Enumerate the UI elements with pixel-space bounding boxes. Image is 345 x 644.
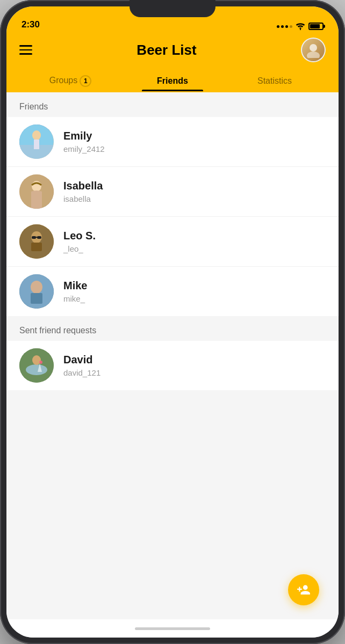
svg-point-21 bbox=[39, 361, 42, 364]
svg-point-20 bbox=[32, 355, 41, 365]
friend-info-isabella: Isabella isabella bbox=[63, 180, 103, 203]
content-area: Friends Emily emily_2412 bbox=[6, 92, 339, 619]
home-indicator bbox=[6, 619, 339, 638]
tab-bar: Groups1 Friends Statistics bbox=[19, 69, 326, 92]
avatar-leo bbox=[19, 224, 54, 259]
user-avatar[interactable] bbox=[301, 38, 326, 62]
avatar-mike bbox=[19, 274, 54, 309]
avatar-david bbox=[19, 348, 54, 383]
tab-statistics[interactable]: Statistics bbox=[224, 70, 326, 91]
wifi-icon bbox=[296, 23, 305, 30]
home-bar bbox=[135, 627, 210, 630]
status-time: 2:30 bbox=[21, 19, 40, 30]
svg-point-19 bbox=[26, 364, 47, 375]
friend-info-emily: Emily emily_2412 bbox=[63, 130, 105, 153]
notch bbox=[130, 0, 215, 17]
svg-rect-6 bbox=[34, 140, 39, 149]
hamburger-menu-button[interactable] bbox=[19, 45, 32, 55]
avatar-emily bbox=[19, 125, 54, 159]
svg-point-16 bbox=[31, 281, 42, 294]
svg-rect-17 bbox=[31, 293, 42, 304]
friend-name-mike: Mike bbox=[63, 280, 87, 292]
friends-list: Emily emily_2412 Isabella bbox=[6, 117, 339, 316]
header: Beer List Groups1 Friends bbox=[6, 33, 339, 92]
friend-name-emily: Emily bbox=[63, 130, 105, 142]
sent-requests-section-header: Sent friend requests bbox=[6, 316, 339, 341]
friend-username-isabella: isabella bbox=[63, 194, 103, 203]
tab-groups[interactable]: Groups1 bbox=[19, 69, 121, 92]
header-top: Beer List bbox=[19, 38, 326, 69]
svg-point-5 bbox=[32, 130, 41, 140]
friend-item-david[interactable]: David david_121 bbox=[6, 341, 339, 390]
app-title: Beer List bbox=[136, 42, 196, 58]
avatar-isabella bbox=[19, 174, 54, 209]
friend-username-mike: mike_ bbox=[63, 294, 87, 303]
friend-username-david: david_121 bbox=[63, 368, 100, 377]
groups-badge: 1 bbox=[80, 75, 91, 87]
signal-icon bbox=[277, 25, 292, 28]
friend-info-leo: Leo S. _leo_ bbox=[63, 230, 96, 253]
friend-username-emily: emily_2412 bbox=[63, 144, 105, 153]
svg-point-2 bbox=[307, 52, 320, 58]
phone-frame: 2:30 bbox=[0, 0, 345, 644]
svg-point-1 bbox=[310, 44, 317, 52]
sent-requests-list: David david_121 bbox=[6, 341, 339, 390]
friend-info-mike: Mike mike_ bbox=[63, 280, 87, 303]
add-friend-button[interactable] bbox=[288, 574, 319, 605]
friend-item-mike[interactable]: Mike mike_ bbox=[6, 267, 339, 316]
svg-rect-13 bbox=[37, 236, 41, 239]
add-person-icon bbox=[297, 583, 311, 597]
friends-section-header: Friends bbox=[6, 92, 339, 117]
friend-info-david: David david_121 bbox=[63, 354, 100, 377]
svg-point-0 bbox=[300, 29, 301, 30]
tab-friends[interactable]: Friends bbox=[121, 70, 224, 91]
friend-item-isabella[interactable]: Isabella isabella bbox=[6, 167, 339, 217]
svg-rect-12 bbox=[32, 236, 36, 239]
battery-icon bbox=[308, 23, 324, 30]
friend-item-emily[interactable]: Emily emily_2412 bbox=[6, 117, 339, 167]
status-icons bbox=[277, 23, 324, 30]
friend-username-leo: _leo_ bbox=[63, 244, 96, 253]
svg-rect-11 bbox=[31, 243, 42, 251]
phone-inner: 2:30 bbox=[6, 6, 339, 638]
friend-name-isabella: Isabella bbox=[63, 180, 103, 192]
friend-name-david: David bbox=[63, 354, 100, 366]
friend-item-leo[interactable]: Leo S. _leo_ bbox=[6, 217, 339, 267]
friend-name-leo: Leo S. bbox=[63, 230, 96, 242]
